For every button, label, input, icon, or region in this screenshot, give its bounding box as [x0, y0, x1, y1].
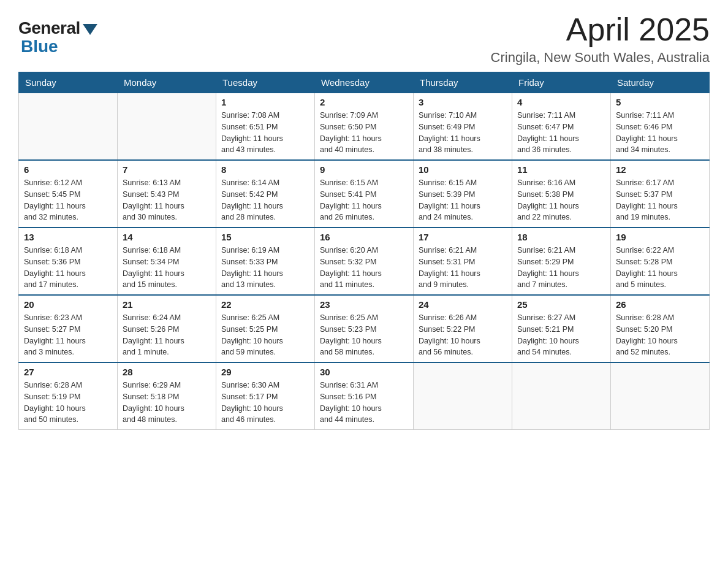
day-info: Sunrise: 6:21 AM Sunset: 5:29 PM Dayligh… [517, 245, 605, 291]
day-number: 6 [24, 164, 112, 175]
day-number: 28 [123, 367, 211, 377]
day-number: 3 [419, 97, 507, 107]
calendar-day-cell: 11Sunrise: 6:16 AM Sunset: 5:38 PM Dayli… [512, 160, 611, 228]
calendar-day-cell: 9Sunrise: 6:15 AM Sunset: 5:41 PM Daylig… [315, 160, 414, 228]
calendar-day-cell: 29Sunrise: 6:30 AM Sunset: 5:17 PM Dayli… [216, 362, 315, 430]
day-number: 12 [616, 164, 704, 175]
calendar-table: SundayMondayTuesdayWednesdayThursdayFrid… [18, 72, 710, 430]
calendar-week-row: 20Sunrise: 6:23 AM Sunset: 5:27 PM Dayli… [19, 295, 710, 362]
page-header: General Blue April 2025 Cringila, New So… [18, 12, 710, 66]
calendar-day-cell: 19Sunrise: 6:22 AM Sunset: 5:28 PM Dayli… [611, 228, 710, 295]
weekday-header: Wednesday [315, 72, 414, 93]
calendar-day-cell: 3Sunrise: 7:10 AM Sunset: 6:49 PM Daylig… [414, 93, 512, 161]
day-number: 25 [517, 299, 605, 310]
weekday-header: Friday [512, 72, 611, 93]
day-number: 21 [123, 299, 211, 310]
day-number: 27 [24, 367, 112, 377]
calendar-day-cell [414, 362, 512, 430]
calendar-day-cell: 12Sunrise: 6:17 AM Sunset: 5:37 PM Dayli… [611, 160, 710, 228]
calendar-day-cell: 27Sunrise: 6:28 AM Sunset: 5:19 PM Dayli… [19, 362, 118, 430]
day-number: 23 [320, 299, 408, 310]
day-number: 22 [221, 299, 309, 310]
day-number: 19 [616, 232, 704, 242]
calendar-day-cell: 10Sunrise: 6:15 AM Sunset: 5:39 PM Dayli… [414, 160, 512, 228]
day-info: Sunrise: 7:08 AM Sunset: 6:51 PM Dayligh… [221, 110, 309, 156]
day-info: Sunrise: 6:27 AM Sunset: 5:21 PM Dayligh… [517, 312, 605, 358]
day-number: 7 [123, 164, 211, 175]
calendar-day-cell: 14Sunrise: 6:18 AM Sunset: 5:34 PM Dayli… [118, 228, 216, 295]
day-number: 29 [221, 367, 309, 377]
day-info: Sunrise: 6:17 AM Sunset: 5:37 PM Dayligh… [616, 177, 704, 223]
calendar-day-cell: 24Sunrise: 6:26 AM Sunset: 5:22 PM Dayli… [414, 295, 512, 362]
calendar-week-row: 6Sunrise: 6:12 AM Sunset: 5:45 PM Daylig… [19, 160, 710, 228]
calendar-day-cell [19, 93, 118, 161]
calendar-day-cell: 13Sunrise: 6:18 AM Sunset: 5:36 PM Dayli… [19, 228, 118, 295]
day-info: Sunrise: 6:15 AM Sunset: 5:39 PM Dayligh… [419, 177, 507, 223]
calendar-day-cell: 26Sunrise: 6:28 AM Sunset: 5:20 PM Dayli… [611, 295, 710, 362]
day-info: Sunrise: 6:28 AM Sunset: 5:19 PM Dayligh… [24, 380, 112, 426]
day-number: 9 [320, 164, 408, 175]
logo-general-text: General [18, 18, 80, 38]
day-info: Sunrise: 6:20 AM Sunset: 5:32 PM Dayligh… [320, 245, 408, 291]
weekday-header: Monday [118, 72, 216, 93]
day-number: 30 [320, 367, 408, 377]
day-info: Sunrise: 6:26 AM Sunset: 5:22 PM Dayligh… [419, 312, 507, 358]
day-info: Sunrise: 6:18 AM Sunset: 5:36 PM Dayligh… [24, 245, 112, 291]
day-number: 2 [320, 97, 408, 107]
page-title: April 2025 [491, 12, 710, 47]
calendar-day-cell: 2Sunrise: 7:09 AM Sunset: 6:50 PM Daylig… [315, 93, 414, 161]
day-info: Sunrise: 6:19 AM Sunset: 5:33 PM Dayligh… [221, 245, 309, 291]
weekday-header: Sunday [19, 72, 118, 93]
day-info: Sunrise: 6:29 AM Sunset: 5:18 PM Dayligh… [123, 380, 211, 426]
calendar-day-cell: 28Sunrise: 6:29 AM Sunset: 5:18 PM Dayli… [118, 362, 216, 430]
weekday-header: Saturday [611, 72, 710, 93]
calendar-day-cell: 7Sunrise: 6:13 AM Sunset: 5:43 PM Daylig… [118, 160, 216, 228]
day-number: 11 [517, 164, 605, 175]
day-info: Sunrise: 7:11 AM Sunset: 6:46 PM Dayligh… [616, 110, 704, 156]
calendar-day-cell: 20Sunrise: 6:23 AM Sunset: 5:27 PM Dayli… [19, 295, 118, 362]
calendar-day-cell: 30Sunrise: 6:31 AM Sunset: 5:16 PM Dayli… [315, 362, 414, 430]
day-number: 10 [419, 164, 507, 175]
day-info: Sunrise: 6:28 AM Sunset: 5:20 PM Dayligh… [616, 312, 704, 358]
day-number: 16 [320, 232, 408, 242]
calendar-day-cell [118, 93, 216, 161]
logo-arrow-icon [83, 24, 97, 35]
logo-blue-text: Blue [18, 37, 58, 56]
day-info: Sunrise: 6:21 AM Sunset: 5:31 PM Dayligh… [419, 245, 507, 291]
calendar-week-row: 1Sunrise: 7:08 AM Sunset: 6:51 PM Daylig… [19, 93, 710, 161]
calendar-day-cell: 25Sunrise: 6:27 AM Sunset: 5:21 PM Dayli… [512, 295, 611, 362]
day-info: Sunrise: 6:15 AM Sunset: 5:41 PM Dayligh… [320, 177, 408, 223]
calendar-day-cell: 18Sunrise: 6:21 AM Sunset: 5:29 PM Dayli… [512, 228, 611, 295]
day-number: 4 [517, 97, 605, 107]
day-info: Sunrise: 6:30 AM Sunset: 5:17 PM Dayligh… [221, 380, 309, 426]
day-info: Sunrise: 6:22 AM Sunset: 5:28 PM Dayligh… [616, 245, 704, 291]
day-info: Sunrise: 7:10 AM Sunset: 6:49 PM Dayligh… [419, 110, 507, 156]
day-info: Sunrise: 6:16 AM Sunset: 5:38 PM Dayligh… [517, 177, 605, 223]
calendar-day-cell: 4Sunrise: 7:11 AM Sunset: 6:47 PM Daylig… [512, 93, 611, 161]
day-info: Sunrise: 6:24 AM Sunset: 5:26 PM Dayligh… [123, 312, 211, 358]
day-info: Sunrise: 6:23 AM Sunset: 5:27 PM Dayligh… [24, 312, 112, 358]
day-info: Sunrise: 6:12 AM Sunset: 5:45 PM Dayligh… [24, 177, 112, 223]
day-info: Sunrise: 6:18 AM Sunset: 5:34 PM Dayligh… [123, 245, 211, 291]
day-number: 15 [221, 232, 309, 242]
calendar-day-cell: 8Sunrise: 6:14 AM Sunset: 5:42 PM Daylig… [216, 160, 315, 228]
calendar-header-row: SundayMondayTuesdayWednesdayThursdayFrid… [19, 72, 710, 93]
day-info: Sunrise: 6:25 AM Sunset: 5:25 PM Dayligh… [221, 312, 309, 358]
day-info: Sunrise: 6:13 AM Sunset: 5:43 PM Dayligh… [123, 177, 211, 223]
logo: General Blue [18, 18, 97, 56]
day-info: Sunrise: 7:11 AM Sunset: 6:47 PM Dayligh… [517, 110, 605, 156]
day-number: 24 [419, 299, 507, 310]
calendar-day-cell: 21Sunrise: 6:24 AM Sunset: 5:26 PM Dayli… [118, 295, 216, 362]
calendar-day-cell: 23Sunrise: 6:25 AM Sunset: 5:23 PM Dayli… [315, 295, 414, 362]
calendar-day-cell: 16Sunrise: 6:20 AM Sunset: 5:32 PM Dayli… [315, 228, 414, 295]
page-subtitle: Cringila, New South Wales, Australia [491, 50, 710, 66]
calendar-day-cell [512, 362, 611, 430]
calendar-day-cell: 1Sunrise: 7:08 AM Sunset: 6:51 PM Daylig… [216, 93, 315, 161]
day-info: Sunrise: 6:14 AM Sunset: 5:42 PM Dayligh… [221, 177, 309, 223]
weekday-header: Tuesday [216, 72, 315, 93]
day-number: 17 [419, 232, 507, 242]
title-block: April 2025 Cringila, New South Wales, Au… [491, 12, 710, 66]
day-info: Sunrise: 6:25 AM Sunset: 5:23 PM Dayligh… [320, 312, 408, 358]
day-number: 18 [517, 232, 605, 242]
day-number: 14 [123, 232, 211, 242]
